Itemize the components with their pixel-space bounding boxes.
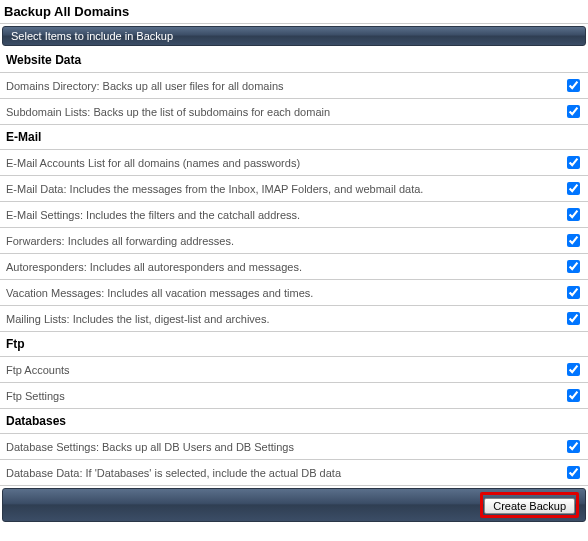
backup-item-checkbox[interactable] <box>567 105 580 118</box>
backup-item-checkbox[interactable] <box>567 389 580 402</box>
backup-item-row: Domains Directory: Backs up all user fil… <box>0 73 588 99</box>
backup-item-row: Autoresponders: Includes all autorespond… <box>0 254 588 280</box>
backup-item-label: Domains Directory: Backs up all user fil… <box>6 80 567 92</box>
backup-item-checkbox[interactable] <box>567 234 580 247</box>
backup-item-row: E-Mail Accounts List for all domains (na… <box>0 150 588 176</box>
backup-item-checkbox[interactable] <box>567 156 580 169</box>
backup-item-label: Forwarders: Includes all forwarding addr… <box>6 235 567 247</box>
backup-item-checkbox[interactable] <box>567 208 580 221</box>
group-header: Ftp <box>0 332 588 357</box>
backup-item-label: Database Data: If 'Databases' is selecte… <box>6 467 567 479</box>
group-header: E-Mail <box>0 125 588 150</box>
backup-panel: Backup All Domains Select Items to inclu… <box>0 0 588 522</box>
page-title: Backup All Domains <box>0 0 588 24</box>
backup-item-label: E-Mail Data: Includes the messages from … <box>6 183 567 195</box>
backup-item-checkbox[interactable] <box>567 312 580 325</box>
backup-item-checkbox[interactable] <box>567 182 580 195</box>
backup-item-label: Ftp Accounts <box>6 364 567 376</box>
backup-item-row: Mailing Lists: Includes the list, digest… <box>0 306 588 332</box>
backup-item-row: Subdomain Lists: Backs up the list of su… <box>0 99 588 125</box>
backup-item-row: Database Settings: Backs up all DB Users… <box>0 434 588 460</box>
backup-item-row: Vacation Messages: Includes all vacation… <box>0 280 588 306</box>
backup-item-label: Autoresponders: Includes all autorespond… <box>6 261 567 273</box>
backup-item-label: Mailing Lists: Includes the list, digest… <box>6 313 567 325</box>
backup-item-label: Database Settings: Backs up all DB Users… <box>6 441 567 453</box>
backup-item-row: Forwarders: Includes all forwarding addr… <box>0 228 588 254</box>
groups-container: Website DataDomains Directory: Backs up … <box>0 48 588 486</box>
backup-item-label: Subdomain Lists: Backs up the list of su… <box>6 106 567 118</box>
backup-item-row: Database Data: If 'Databases' is selecte… <box>0 460 588 486</box>
backup-item-row: E-Mail Data: Includes the messages from … <box>0 176 588 202</box>
backup-item-checkbox[interactable] <box>567 440 580 453</box>
create-backup-button[interactable]: Create Backup <box>484 498 575 514</box>
group-header: Databases <box>0 409 588 434</box>
backup-item-row: E-Mail Settings: Includes the filters an… <box>0 202 588 228</box>
section-bar: Select Items to include in Backup <box>2 26 586 46</box>
backup-item-checkbox[interactable] <box>567 466 580 479</box>
create-backup-highlight: Create Backup <box>480 492 579 518</box>
backup-item-label: E-Mail Settings: Includes the filters an… <box>6 209 567 221</box>
backup-item-label: Vacation Messages: Includes all vacation… <box>6 287 567 299</box>
backup-item-label: E-Mail Accounts List for all domains (na… <box>6 157 567 169</box>
footer-bar: Create Backup <box>2 488 586 522</box>
backup-item-checkbox[interactable] <box>567 363 580 376</box>
backup-item-row: Ftp Accounts <box>0 357 588 383</box>
backup-item-checkbox[interactable] <box>567 79 580 92</box>
group-header: Website Data <box>0 48 588 73</box>
backup-item-checkbox[interactable] <box>567 286 580 299</box>
backup-item-label: Ftp Settings <box>6 390 567 402</box>
backup-item-checkbox[interactable] <box>567 260 580 273</box>
backup-item-row: Ftp Settings <box>0 383 588 409</box>
